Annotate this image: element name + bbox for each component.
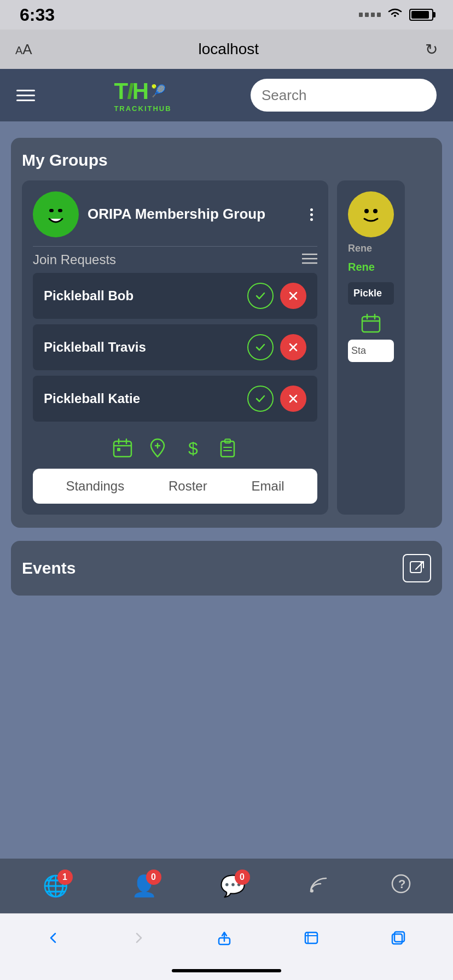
feed-icon xyxy=(309,874,328,899)
nav-item-profile[interactable]: 👤 0 xyxy=(131,874,157,898)
reject-button-travis[interactable] xyxy=(280,334,306,360)
request-name-katie: Pickleball Katie xyxy=(44,391,140,406)
location-plus-button[interactable] xyxy=(148,438,167,458)
wifi-icon xyxy=(387,7,403,22)
calendar-button[interactable] xyxy=(113,438,132,458)
events-section: Events xyxy=(11,541,442,596)
battery-icon xyxy=(409,9,433,21)
svg-rect-14 xyxy=(114,441,131,457)
globe-badge: 1 xyxy=(57,870,73,885)
nav-item-globe[interactable]: 🌐 1 xyxy=(43,874,68,898)
signal-icon xyxy=(359,13,381,17)
refresh-button[interactable]: ↻ xyxy=(425,40,438,59)
svg-rect-4 xyxy=(58,209,62,212)
join-requests-header: Join Requests xyxy=(33,246,317,273)
status-icons xyxy=(359,7,433,22)
events-external-link-button[interactable] xyxy=(403,554,431,582)
nav-item-chat[interactable]: 💬 0 xyxy=(220,874,246,898)
standings-link[interactable]: Standings xyxy=(66,479,124,494)
nav-item-help[interactable]: ? xyxy=(391,874,411,899)
email-link[interactable]: Email xyxy=(252,479,284,494)
profile-badge: 0 xyxy=(146,870,161,885)
font-size-control[interactable]: AA xyxy=(15,41,32,58)
clipboard-button[interactable] xyxy=(218,438,237,458)
back-button[interactable] xyxy=(43,927,65,949)
url-bar[interactable]: localhost xyxy=(199,40,259,58)
main-content: My Groups xyxy=(0,121,453,859)
svg-rect-43 xyxy=(394,932,404,942)
request-actions-travis xyxy=(247,334,306,360)
svg-point-26 xyxy=(356,199,386,230)
share-button[interactable] xyxy=(212,926,236,950)
svg-rect-44 xyxy=(392,934,402,944)
partial-calendar-icon xyxy=(348,313,394,333)
request-actions-katie xyxy=(247,386,306,412)
partial-group-avatar xyxy=(348,191,394,237)
home-bar xyxy=(172,969,281,972)
logo-pickleball-icon: 🎾 xyxy=(151,84,166,98)
request-name-travis: Pickleball Travis xyxy=(44,340,146,355)
svg-rect-33 xyxy=(410,562,421,573)
partial-group-label: Rene xyxy=(348,243,394,254)
help-icon: ? xyxy=(391,874,411,899)
request-row: Pickleball Katie xyxy=(33,376,317,422)
accept-button-katie[interactable] xyxy=(247,386,274,412)
request-name-bob: Pickleball Bob xyxy=(44,288,133,304)
partial-footer-sta: Sta xyxy=(348,340,394,362)
browser-bar: AA localhost ↻ xyxy=(0,30,453,69)
partial-renewal-text: Rene xyxy=(348,261,394,273)
bookmarks-button[interactable] xyxy=(299,926,323,950)
accept-button-travis[interactable] xyxy=(247,334,274,360)
svg-text:?: ? xyxy=(398,877,405,891)
group-footer: Standings Roster Email xyxy=(33,469,317,504)
svg-line-34 xyxy=(416,562,423,569)
dollar-button[interactable]: $ xyxy=(183,438,202,458)
svg-rect-22 xyxy=(221,441,234,457)
my-groups-title: My Groups xyxy=(22,151,431,170)
svg-point-35 xyxy=(310,889,313,892)
search-input[interactable] xyxy=(251,87,437,104)
group-name: ORIPA Membership Group xyxy=(88,205,297,224)
svg-rect-29 xyxy=(362,317,380,332)
logo: TIH 🎾 TRACKITHUB xyxy=(114,78,171,113)
svg-rect-18 xyxy=(117,448,120,451)
svg-text:$: $ xyxy=(188,439,198,458)
status-time: 6:33 xyxy=(20,5,55,25)
request-row: Pickleball Bob xyxy=(33,273,317,319)
hamburger-menu[interactable] xyxy=(16,90,35,101)
partial-pickleball-text: Pickle xyxy=(348,282,394,305)
my-groups-section: My Groups xyxy=(11,138,442,528)
request-row: Pickleball Travis xyxy=(33,324,317,370)
reject-button-bob[interactable] xyxy=(280,283,306,309)
app-header: TIH 🎾 TRACKITHUB xyxy=(0,69,453,121)
list-icon[interactable] xyxy=(302,252,317,267)
ios-bottom-bar xyxy=(0,913,453,961)
svg-point-2 xyxy=(40,199,71,230)
logo-subtext: TRACKITHUB xyxy=(114,104,171,113)
bottom-nav: 🌐 1 👤 0 💬 0 ? xyxy=(0,859,453,913)
group-menu-button[interactable] xyxy=(306,206,317,223)
home-indicator xyxy=(0,961,453,980)
svg-rect-40 xyxy=(305,932,317,943)
accept-button-bob[interactable] xyxy=(247,283,274,309)
request-actions-bob xyxy=(247,283,306,309)
svg-point-28 xyxy=(373,209,378,213)
svg-rect-3 xyxy=(49,209,54,212)
search-bar xyxy=(251,79,437,112)
forward-button[interactable] xyxy=(127,927,149,949)
chat-badge: 0 xyxy=(235,870,250,885)
nav-item-feed[interactable] xyxy=(309,874,328,899)
group-card-partial: Rene Rene Pickle Sta xyxy=(337,180,405,515)
events-title: Events xyxy=(22,559,76,578)
reject-button-katie[interactable] xyxy=(280,386,306,412)
group-header: ORIPA Membership Group xyxy=(33,191,317,237)
logo-text: TIH xyxy=(114,78,148,104)
tabs-button[interactable] xyxy=(386,926,410,950)
svg-point-27 xyxy=(364,209,369,213)
groups-scroll: ORIPA Membership Group Join Requests xyxy=(22,180,431,515)
roster-link[interactable]: Roster xyxy=(169,479,207,494)
status-bar: 6:33 xyxy=(0,0,453,30)
group-card-oripa: ORIPA Membership Group Join Requests xyxy=(22,180,328,515)
group-actions: $ xyxy=(33,427,317,469)
join-requests-label: Join Requests xyxy=(33,252,116,267)
